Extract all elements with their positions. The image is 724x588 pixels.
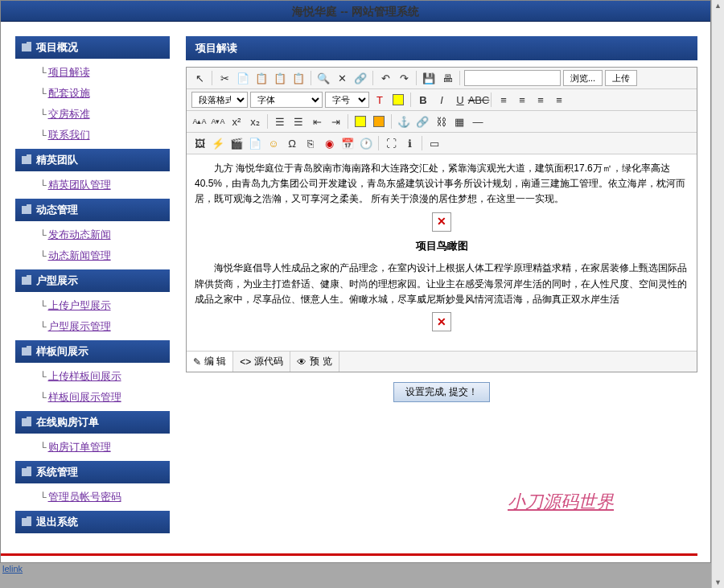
- unordered-list-icon[interactable]: ☰: [290, 113, 306, 130]
- sidebar-item-admin-account[interactable]: └管理员帐号密码: [39, 487, 170, 508]
- emoticon-icon[interactable]: ☺: [265, 135, 282, 151]
- remove-format-icon[interactable]: ✕: [334, 70, 350, 86]
- find-icon[interactable]: 🔍: [315, 70, 331, 86]
- group-header-logout[interactable]: 退出系统: [15, 511, 170, 533]
- undo-icon[interactable]: ↶: [377, 70, 393, 86]
- underline-icon[interactable]: U: [452, 92, 468, 108]
- media-icon[interactable]: 🎬: [228, 135, 245, 151]
- form-icon[interactable]: ▭: [426, 135, 442, 151]
- tab-source[interactable]: <>源代码: [233, 352, 290, 372]
- file-path-input[interactable]: [464, 70, 561, 86]
- rich-text-editor: ↖ ✂ 📄 📋 📋 📋 🔍 ✕ 🔗 ↶ ↷ 💾 🖶: [186, 67, 697, 372]
- content-heading: 项目鸟瞰图: [195, 238, 689, 255]
- redo-icon[interactable]: ↷: [396, 70, 412, 86]
- sidebar-item-facilities[interactable]: └配套设施: [39, 83, 170, 104]
- bold-icon[interactable]: B: [415, 92, 431, 108]
- pagebreak-icon[interactable]: ⎘: [302, 135, 319, 151]
- flash-icon[interactable]: ⚡: [210, 135, 226, 151]
- save-icon[interactable]: 💾: [421, 70, 437, 86]
- about-icon[interactable]: ℹ: [401, 135, 418, 151]
- image-icon[interactable]: 🖼: [191, 135, 208, 151]
- editor-body[interactable]: 九方 海悦华庭位于青岛胶南市海南路和大连路交汇处，紧靠海滨观光大道，建筑面积17…: [187, 154, 697, 351]
- anchor-icon[interactable]: ⚓: [396, 113, 412, 130]
- sidebar-item-unit-upload[interactable]: └上传户型展示: [39, 295, 170, 316]
- format-select[interactable]: 段落格式: [191, 92, 248, 108]
- toolbar-row-4: 🖼 ⚡ 🎬 📄 ☺ Ω ⎘ ◉ 📅 🕐 ⛶ ℹ ▭: [187, 133, 697, 154]
- folder-icon: [22, 206, 31, 214]
- layer-icon[interactable]: [352, 113, 368, 130]
- sidebar-item-team-manage[interactable]: └精英团队管理: [39, 175, 170, 195]
- group-header-news[interactable]: 动态管理: [15, 199, 170, 221]
- cut-icon[interactable]: ✂: [216, 70, 232, 86]
- align-right-icon[interactable]: ≡: [533, 92, 549, 108]
- increase-font-icon[interactable]: A▴A: [191, 113, 208, 130]
- sidebar-item-news-manage[interactable]: └动态新闻管理: [39, 245, 170, 266]
- print-icon[interactable]: 🖶: [439, 70, 455, 86]
- tab-preview[interactable]: 👁预 览: [290, 352, 339, 372]
- footer-link[interactable]: lelink: [2, 564, 23, 574]
- copy-icon[interactable]: 📄: [235, 70, 251, 86]
- toolbar-row-3: A▴A A▾A x² x₂ ☰ ☰ ⇤ ⇥ ⚓ 🔗 ⛓ ▦: [187, 111, 697, 133]
- browse-button[interactable]: 浏览...: [563, 70, 603, 86]
- footer-divider: [1, 553, 697, 556]
- pointer-icon[interactable]: ↖: [191, 70, 208, 86]
- backcolor-icon[interactable]: [390, 92, 406, 108]
- group-header-system[interactable]: 系统管理: [15, 461, 170, 483]
- indent-icon[interactable]: ⇥: [327, 113, 343, 130]
- sidebar-item-sample-upload[interactable]: └上传样板间展示: [39, 366, 170, 387]
- eye-icon: 👁: [297, 356, 306, 368]
- page-scrollbar[interactable]: [711, 0, 724, 588]
- layer2-icon[interactable]: [371, 113, 387, 130]
- toolbar-row-1: ↖ ✂ 📄 📋 📋 📋 🔍 ✕ 🔗 ↶ ↷ 💾 🖶: [187, 68, 697, 89]
- sidebar-item-sample-manage[interactable]: └样板间展示管理: [39, 387, 170, 408]
- subscript-icon[interactable]: x₂: [247, 113, 263, 130]
- ordered-list-icon[interactable]: ☰: [272, 113, 288, 130]
- date-icon[interactable]: 📅: [339, 135, 356, 151]
- unlink-icon[interactable]: ⛓: [433, 113, 449, 130]
- group-header-team[interactable]: 精英团队: [15, 149, 170, 171]
- hr-icon[interactable]: —: [470, 113, 486, 130]
- sidebar-item-contact[interactable]: └联系我们: [39, 125, 170, 146]
- size-select[interactable]: 字号: [325, 92, 369, 108]
- paste-word-icon[interactable]: 📋: [290, 70, 306, 86]
- superscript-icon[interactable]: x²: [228, 113, 245, 130]
- panel-title: 项目解读: [186, 36, 697, 60]
- group-header-unit[interactable]: 户型展示: [15, 269, 170, 292]
- italic-icon[interactable]: I: [434, 92, 450, 108]
- paste-icon[interactable]: 📋: [253, 70, 269, 86]
- time-icon[interactable]: 🕐: [358, 135, 374, 151]
- sidebar-item-news-publish[interactable]: └发布动态新闻: [39, 224, 170, 245]
- app-title: 海悦华庭 -- 网站管理系统: [1, 1, 710, 22]
- align-center-icon[interactable]: ≡: [514, 92, 530, 108]
- special-char-icon[interactable]: Ω: [284, 135, 300, 151]
- align-justify-icon[interactable]: ≡: [551, 92, 567, 108]
- sidebar-item-standards[interactable]: └交房标准: [39, 104, 170, 125]
- fullscreen-icon[interactable]: ⛶: [383, 135, 399, 151]
- font-select[interactable]: 字体: [250, 92, 323, 108]
- hyperlink-icon[interactable]: 🔗: [414, 113, 430, 130]
- toolbar-row-2: 段落格式 字体 字号 T B I U ABC ≡ ≡ ≡ ≡: [187, 89, 697, 111]
- align-left-icon[interactable]: ≡: [496, 92, 512, 108]
- group-header-overview[interactable]: 项目概况: [15, 36, 170, 59]
- link-icon[interactable]: 🔗: [352, 70, 368, 86]
- content-area: 项目解读 ↖ ✂ 📄 📋 📋 📋 🔍 ✕ 🔗 ↶ ↷: [186, 36, 704, 556]
- upload-button[interactable]: 上传: [605, 70, 637, 86]
- watermark-text: 小刀源码世界: [508, 490, 614, 514]
- symbol-icon[interactable]: ◉: [321, 135, 337, 151]
- sidebar-item-order-manage[interactable]: └购房订单管理: [39, 437, 170, 458]
- decrease-font-icon[interactable]: A▾A: [210, 113, 226, 130]
- strike-icon[interactable]: ABC: [471, 92, 487, 108]
- group-header-order[interactable]: 在线购房订单: [15, 411, 170, 434]
- sidebar-item-unit-manage[interactable]: └户型展示管理: [39, 316, 170, 337]
- file-icon[interactable]: 📄: [247, 135, 263, 151]
- group-header-sample[interactable]: 样板间展示: [15, 340, 170, 363]
- submit-button[interactable]: 设置完成, 提交！: [393, 382, 491, 402]
- table-icon[interactable]: ▦: [451, 113, 467, 130]
- sidebar-item-interpretation[interactable]: └项目解读: [39, 62, 170, 83]
- tab-edit[interactable]: ✎编 辑: [187, 352, 233, 372]
- paste-text-icon[interactable]: 📋: [272, 70, 288, 86]
- pencil-icon: ✎: [193, 356, 201, 368]
- broken-image-icon: ✕: [432, 312, 451, 331]
- forecolor-icon[interactable]: T: [372, 92, 388, 108]
- outdent-icon[interactable]: ⇤: [309, 113, 325, 130]
